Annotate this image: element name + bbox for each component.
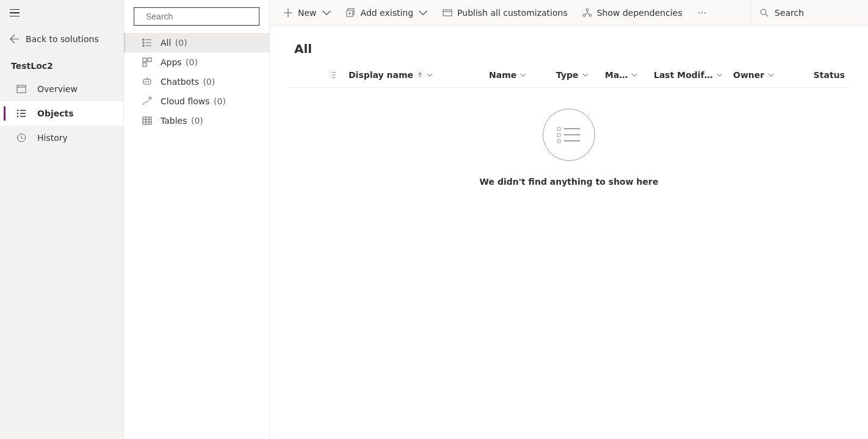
deps-label: Show dependencies	[597, 8, 682, 18]
col-status-label: Status	[814, 70, 845, 80]
add-existing-icon	[346, 8, 356, 18]
filter-all-count: (0)	[175, 38, 187, 48]
publish-label: Publish all customizations	[457, 8, 568, 18]
objects-grid: Display name Name Type Ma… Last M	[270, 62, 868, 187]
svg-rect-19	[443, 10, 452, 16]
global-search-label: Search	[775, 8, 804, 18]
back-label: Back to solutions	[26, 34, 99, 44]
sidebar-primary: Back to solutions TestLoc2 Overview Obje…	[0, 0, 124, 439]
nav-overview[interactable]: Overview	[0, 77, 123, 101]
col-name-label: Name	[489, 70, 516, 80]
chevron-down-icon	[427, 72, 433, 78]
object-search-input[interactable]	[146, 12, 253, 21]
col-owner[interactable]: Owner	[728, 70, 795, 80]
dependencies-icon	[582, 8, 592, 18]
filter-chatbots[interactable]: Chatbots (0)	[124, 72, 269, 91]
search-icon	[140, 12, 141, 21]
chevron-down-icon	[418, 8, 428, 18]
col-type-label: Type	[556, 70, 579, 80]
chevron-down-icon	[631, 72, 637, 78]
page-title: All	[270, 26, 868, 62]
filter-all-label: All	[161, 38, 171, 48]
objects-icon	[16, 109, 26, 118]
filter-apps[interactable]: Apps (0)	[124, 52, 269, 72]
chevron-down-icon	[717, 72, 723, 78]
overview-icon	[16, 84, 26, 94]
add-existing-button[interactable]: Add existing	[339, 0, 436, 25]
svg-point-24	[701, 12, 703, 13]
publish-all-button[interactable]: Publish all customizations	[435, 0, 575, 25]
object-type-panel: All (0) Apps (0) Chatbots (0) Cloud flow…	[124, 0, 270, 439]
svg-rect-8	[143, 45, 144, 46]
filter-apps-count: (0)	[186, 57, 198, 67]
chevron-down-icon	[520, 72, 526, 78]
chevron-down-icon	[322, 8, 331, 18]
show-dependencies-button[interactable]: Show dependencies	[575, 0, 690, 25]
svg-rect-28	[557, 134, 560, 137]
svg-rect-11	[143, 63, 146, 66]
svg-rect-0	[17, 85, 26, 93]
history-icon	[16, 133, 26, 143]
col-lastmod-label: Last Modif…	[654, 70, 713, 80]
svg-point-1	[17, 110, 19, 112]
svg-rect-12	[143, 79, 151, 84]
filter-flows-label: Cloud flows	[161, 96, 210, 106]
empty-state-text: We didn't find anything to show here	[480, 177, 659, 187]
filter-chatbots-count: (0)	[203, 77, 215, 87]
col-managed[interactable]: Ma…	[600, 70, 649, 80]
col-name[interactable]: Name	[484, 70, 551, 80]
filter-chatbots-label: Chatbots	[161, 77, 199, 87]
nav-objects[interactable]: Objects	[0, 101, 123, 126]
svg-point-15	[149, 97, 151, 99]
new-button[interactable]: New	[276, 0, 339, 25]
svg-rect-16	[143, 117, 151, 124]
flow-icon	[142, 96, 152, 106]
col-type[interactable]: Type	[551, 70, 600, 80]
add-existing-label: Add existing	[361, 8, 414, 18]
col-owner-label: Owner	[733, 70, 764, 80]
chevron-down-icon	[582, 72, 588, 78]
svg-point-2	[17, 113, 19, 115]
col-display-name-label: Display name	[349, 70, 413, 80]
search-icon	[760, 9, 769, 17]
col-status[interactable]: Status	[795, 70, 850, 80]
svg-point-14	[148, 81, 149, 82]
nav-overview-label: Overview	[37, 84, 78, 94]
svg-point-25	[704, 12, 706, 13]
arrow-left-icon	[10, 34, 20, 44]
global-search-button[interactable]: Search	[751, 0, 862, 25]
col-managed-label: Ma…	[605, 70, 627, 80]
filter-cloud-flows[interactable]: Cloud flows (0)	[124, 91, 269, 111]
col-display-name[interactable]: Display name	[344, 70, 484, 80]
svg-rect-29	[557, 140, 560, 143]
tables-icon	[142, 116, 152, 126]
filter-all[interactable]: All (0)	[124, 33, 269, 52]
chatbots-icon	[142, 77, 152, 87]
nav-history[interactable]: History	[0, 126, 123, 150]
svg-rect-9	[143, 58, 146, 62]
svg-point-26	[761, 9, 766, 15]
main-content: New Add existing Publish all customizati…	[270, 0, 868, 439]
col-last-modified[interactable]: Last Modif…	[649, 70, 728, 80]
filter-apps-label: Apps	[161, 57, 182, 67]
svg-rect-6	[143, 39, 144, 40]
plus-icon	[283, 8, 293, 18]
sort-asc-icon	[417, 72, 423, 78]
chevron-down-icon	[768, 72, 774, 78]
grid-header-row: Display name Name Type Ma… Last M	[288, 62, 850, 88]
filter-tables-count: (0)	[191, 116, 203, 126]
svg-point-20	[586, 9, 588, 11]
hamburger-button[interactable]	[10, 7, 22, 19]
publish-icon	[443, 8, 452, 18]
svg-point-13	[145, 81, 146, 82]
command-bar: New Add existing Publish all customizati…	[270, 0, 868, 26]
new-label: New	[298, 8, 317, 18]
nav-history-label: History	[37, 133, 68, 143]
filter-tables[interactable]: Tables (0)	[124, 111, 269, 130]
svg-point-23	[698, 12, 700, 13]
all-icon	[142, 38, 152, 48]
back-to-solutions-link[interactable]: Back to solutions	[0, 26, 123, 52]
empty-state: We didn't find anything to show here	[288, 88, 850, 187]
object-search-box[interactable]	[134, 7, 259, 26]
more-commands-button[interactable]	[690, 0, 714, 25]
